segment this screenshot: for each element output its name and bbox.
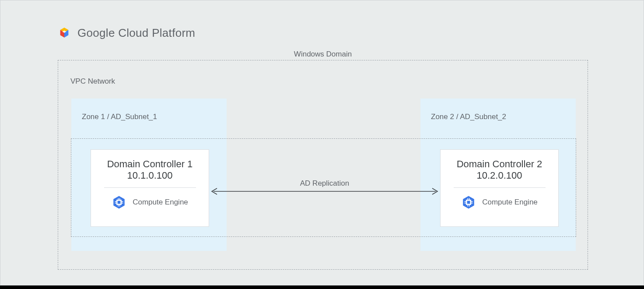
compute-engine-icon bbox=[461, 195, 476, 210]
dc2-title: Domain Controller 2 bbox=[441, 159, 558, 170]
svg-rect-17 bbox=[469, 205, 470, 206]
vpc-network-box: VPC Network Zone 1 / AD_Subnet_1 Zone 2 … bbox=[58, 60, 588, 270]
svg-rect-10 bbox=[122, 203, 123, 204]
svg-rect-13 bbox=[467, 201, 470, 204]
domain-controller-1-card: Domain Controller 1 10.1.0.100 bbox=[91, 149, 209, 227]
dc1-divider bbox=[104, 187, 196, 188]
svg-rect-18 bbox=[465, 201, 466, 202]
diagram-canvas: Google Cloud Platform VPC Network Zone 1… bbox=[0, 0, 644, 285]
brand-google: Google bbox=[77, 26, 115, 39]
svg-rect-9 bbox=[122, 201, 123, 202]
svg-rect-8 bbox=[115, 203, 116, 204]
dc1-title: Domain Controller 1 bbox=[91, 159, 209, 170]
windows-domain-box: Domain Controller 1 10.1.0.100 bbox=[71, 138, 576, 237]
brand-cloud: Cloud Platform bbox=[118, 26, 195, 39]
svg-rect-14 bbox=[468, 198, 469, 200]
svg-rect-16 bbox=[468, 205, 469, 206]
vpc-label: VPC Network bbox=[70, 77, 115, 86]
svg-rect-3 bbox=[118, 198, 119, 200]
zone-2-label: Zone 2 / AD_Subnet_2 bbox=[431, 113, 506, 121]
svg-rect-7 bbox=[115, 201, 116, 202]
brand-text: Google Cloud Platform bbox=[77, 26, 195, 40]
svg-rect-21 bbox=[471, 203, 472, 204]
dc2-service-label: Compute Engine bbox=[482, 198, 538, 207]
svg-rect-2 bbox=[118, 201, 121, 204]
compute-engine-icon bbox=[112, 195, 126, 210]
ad-replication-label: AD Replication bbox=[210, 179, 439, 188]
dc2-ip: 10.2.0.100 bbox=[441, 170, 558, 181]
dc2-divider bbox=[454, 187, 546, 188]
double-arrow-icon bbox=[210, 187, 439, 196]
svg-rect-15 bbox=[469, 198, 470, 200]
dc1-ip: 10.1.0.100 bbox=[91, 170, 209, 181]
svg-rect-19 bbox=[465, 203, 466, 204]
domain-controller-2-card: Domain Controller 2 10.2.0.100 bbox=[440, 149, 559, 227]
dc1-service-label: Compute Engine bbox=[133, 198, 188, 207]
gcp-header: Google Cloud Platform bbox=[57, 26, 195, 40]
svg-rect-20 bbox=[471, 201, 472, 202]
svg-rect-4 bbox=[119, 198, 120, 200]
dc1-service-row: Compute Engine bbox=[91, 195, 209, 210]
svg-rect-6 bbox=[119, 205, 120, 206]
dc2-service-row: Compute Engine bbox=[441, 195, 558, 210]
ad-replication-connector: AD Replication bbox=[210, 182, 439, 199]
gcp-logo-icon bbox=[57, 26, 71, 40]
windows-domain-label: Windows Domain bbox=[58, 50, 588, 59]
svg-rect-5 bbox=[118, 205, 119, 206]
zone-1-label: Zone 1 / AD_Subnet_1 bbox=[82, 113, 157, 121]
